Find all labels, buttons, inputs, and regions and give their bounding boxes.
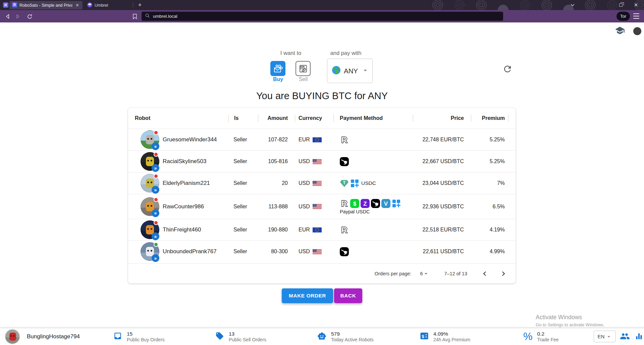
window-close-icon[interactable]: ✕ [631,0,641,10]
forward-icon[interactable] [14,13,21,20]
reload-icon[interactable] [25,13,34,20]
robot-nickname: UnboundedPrank767 [163,248,217,255]
dark-mode-toggle-icon[interactable] [633,27,641,35]
strike-icon [340,157,349,166]
robot-avatar[interactable]: » [141,152,159,171]
column-header-amount[interactable]: Amount [258,108,295,129]
svg-text:$: $ [422,334,424,339]
payment-methods: R$ZV [340,199,413,208]
statusbar-stat[interactable]: 13 Public Sell Orders [215,330,266,344]
order-row[interactable]: » RawCounter986 Seller 113-888 USD R$ZVP… [128,194,516,219]
bookmark-icon[interactable] [131,13,139,20]
stat-value: 0.2 [537,331,559,337]
order-row[interactable]: » UnboundedPrank767 Seller 80-300 USD 22… [128,240,516,262]
pagination-range: 7–12 of 13 [444,271,467,276]
order-row[interactable]: » ThinFreight460 Seller 190-880 EUR R 22… [128,219,516,240]
pay-with-label: and pay with [330,50,362,56]
back-icon[interactable] [3,12,12,20]
tab-robosats[interactable]: R RoboSats - Simple and Private Bit ✕ [9,1,83,9]
payment-methods: R [340,225,413,234]
order-row[interactable]: » RacialSkyline503 Seller 105-816 USD 22… [128,150,516,172]
column-header-is[interactable]: Is [229,108,258,129]
order-side: Seller [229,137,258,143]
order-currency: USD [299,204,310,210]
order-price: 22,518 EUR/BTC [413,227,471,233]
language-select[interactable]: EN [594,331,616,342]
svg-text:T: T [343,180,346,185]
order-currency: EUR [299,227,310,233]
list-tabs-icon[interactable] [568,0,578,10]
strike-icon [371,199,380,208]
order-row[interactable]: » GruesomeWinder344 Seller 107-822 EUR R… [128,129,516,150]
statusbar-stat[interactable]: % 0.2 Trade Fee [523,330,559,344]
order-price: 22,748 EUR/BTC [413,137,471,143]
url-text: umbrel.local [153,14,177,19]
order-book-table: Robot Is Amount Currency Payment Method … [128,108,516,283]
robot-nickname: RawCounter986 [163,203,204,210]
browser-tab-bar: R R RoboSats - Simple and Private Bit ✕ … [0,0,644,10]
order-side: Seller [229,158,258,164]
tether-icon: T [340,179,349,188]
robot-avatar[interactable]: » [141,242,159,261]
new-tab-button[interactable]: + [136,1,144,9]
browser-nav-bar: umbrel.local Tor [0,10,644,22]
globe-icon [332,66,341,76]
currency-select[interactable]: ANY [327,59,373,83]
next-page-icon[interactable] [499,270,507,278]
buy-toggle-button[interactable] [270,61,285,76]
robot-avatar[interactable]: » [141,174,159,193]
robot-avatar[interactable]: » [141,130,159,149]
user-robot-avatar[interactable] [5,329,20,344]
sell-toggle-button[interactable] [296,61,311,76]
order-premium: 5.25% [471,158,509,164]
statusbar-stat[interactable]: $ 4.09% 24h Avg Premium [420,330,470,344]
menu-icon[interactable] [633,13,639,19]
tab-umbrel[interactable]: Umbrel [85,1,131,9]
previous-page-icon[interactable] [481,270,489,278]
order-premium: 4.99% [471,249,509,255]
status-dot [154,197,158,202]
order-amount: 20 [258,180,295,186]
cashapp-icon: $ [350,199,359,208]
refresh-book-icon[interactable] [502,63,513,75]
payment-method-text: USDC [361,180,376,186]
community-icon[interactable] [620,331,630,343]
order-premium: 7% [471,180,509,186]
tab-close-icon[interactable]: ✕ [75,3,80,8]
zelle-icon: Z [361,199,370,208]
statusbar-stat[interactable]: 15 Public Buy Orders [113,330,165,344]
statusbar-stat[interactable]: 579 Today Active Robots [317,330,374,344]
order-row[interactable]: » ElderlyPianism221 Seller 20 USD TUSDC … [128,172,516,194]
window-restore-icon[interactable] [616,0,626,10]
us-flag-icon [313,181,322,186]
status-dot [154,152,158,157]
status-bar: BunglingHostage794 15 Public Buy Orders … [0,328,644,345]
make-order-button[interactable]: MAKE ORDER [282,288,333,303]
umbrel-favicon [87,2,92,8]
status-dot [154,174,158,179]
order-amount: 113-888 [258,204,295,210]
buy-orders-icon [113,332,122,342]
back-button[interactable]: BACK [334,288,362,303]
chevron-badge-icon: » [152,186,159,194]
column-header-premium[interactable]: Premium [471,108,509,129]
tor-circuit-button[interactable]: Tor [616,12,630,21]
column-header-robot[interactable]: Robot [135,108,229,129]
tor-decorative-pattern [423,0,644,10]
exchange-summary-icon[interactable] [635,332,643,342]
svg-text:R: R [13,3,16,7]
stat-label: Trade Fee [537,337,559,343]
buy-label: Buy [273,76,283,82]
url-bar[interactable]: umbrel.local [142,12,503,21]
robot-avatar[interactable]: » [141,220,159,239]
trade-fee-icon: % [523,331,533,343]
per-page-select[interactable]: 6 [420,270,429,277]
order-amount: 190-880 [258,227,295,233]
user-robot-name: BunglingHostage794 [27,333,80,340]
learn-robosats-icon[interactable] [614,25,626,36]
column-header-price[interactable]: Price [413,108,471,129]
column-header-currency[interactable]: Currency [295,108,334,129]
svg-text:$: $ [353,201,357,207]
column-header-payment[interactable]: Payment Method [334,108,413,129]
robot-avatar[interactable]: » [141,197,159,216]
